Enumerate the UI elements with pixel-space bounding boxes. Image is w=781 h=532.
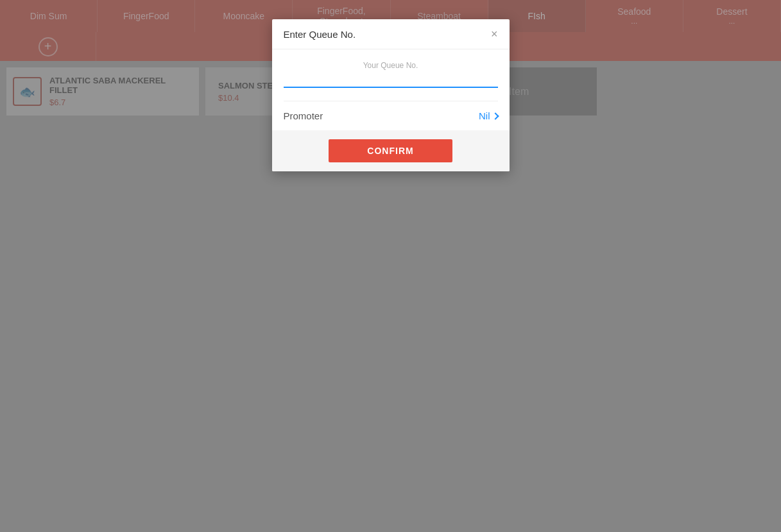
chevron-right-icon [492, 112, 499, 119]
confirm-button[interactable]: CONFIRM [329, 139, 452, 162]
queue-input-container: Your Queue No. [284, 61, 498, 88]
modal-header: Enter Queue No. × [272, 19, 510, 49]
promoter-label: Promoter [284, 110, 323, 121]
modal-close-button[interactable]: × [491, 28, 498, 40]
modal-body: Your Queue No. Promoter Nil [272, 49, 510, 130]
queue-number-input[interactable] [284, 73, 498, 84]
confirm-button-label: CONFIRM [367, 146, 413, 156]
queue-input-label: Your Queue No. [284, 61, 498, 70]
modal-overlay: Enter Queue No. × Your Queue No. Promote… [0, 0, 781, 532]
promoter-row: Promoter Nil [284, 101, 498, 130]
queue-modal: Enter Queue No. × Your Queue No. Promote… [272, 19, 510, 171]
promoter-selector[interactable]: Nil [479, 110, 498, 121]
modal-title: Enter Queue No. [284, 29, 356, 40]
promoter-value: Nil [479, 110, 490, 121]
modal-footer: CONFIRM [272, 130, 510, 171]
